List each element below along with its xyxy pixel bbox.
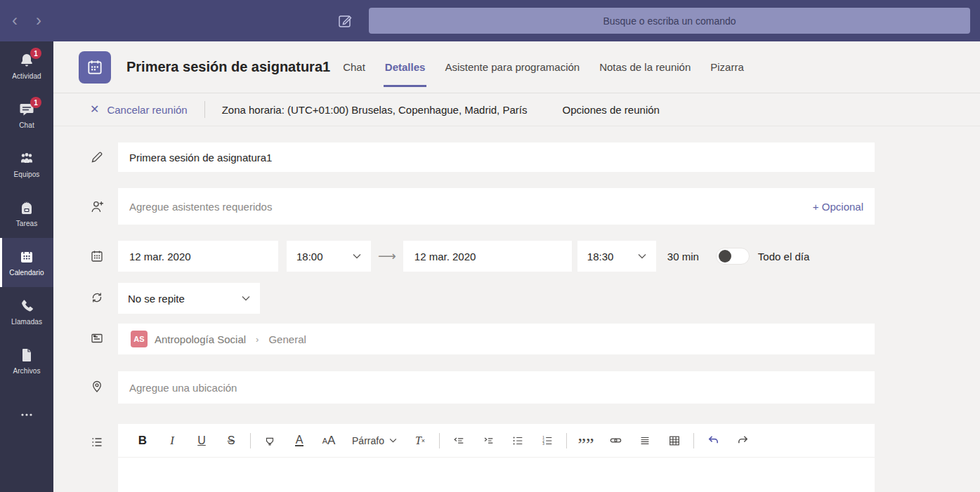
sidebar-item-label: Chat [19,121,34,129]
start-date-input[interactable] [118,241,278,272]
location-icon [90,371,118,394]
title-row [90,142,875,172]
font-size-button[interactable]: AA [319,430,339,452]
tab-chat[interactable]: Chat [333,41,375,93]
highlight-icon[interactable] [260,430,280,452]
phone-icon [18,298,35,314]
team-name: Antropología Social [155,333,246,345]
command-search [369,8,970,34]
backpack-icon [18,199,35,216]
table-icon[interactable] [665,430,684,452]
channel-icon [90,324,118,345]
all-day-toggle[interactable] [716,248,750,265]
meeting-header: Primera sesión de asignatura1 Chat Detal… [53,41,980,93]
outdent-icon[interactable] [449,430,469,452]
sidebar-item-chat[interactable]: 1 Chat [0,91,53,140]
team-avatar: AS [131,331,148,347]
timezone-label: Zona horaria: (UTC+01:00) Bruselas, Cope… [222,104,528,116]
meeting-title-input[interactable] [118,142,875,172]
channel-row: AS Antropología Social › General [90,324,875,354]
bulleted-list-icon[interactable] [508,430,528,452]
indent-icon[interactable] [478,430,498,452]
divider [250,433,251,448]
recurrence-row: No se repite [90,283,875,314]
chevron-down-icon [638,253,646,259]
cancel-meeting-label: Cancelar reunión [107,104,187,116]
tab-notas-reunion[interactable]: Notas de la reunión [589,41,700,93]
cancel-meeting-button[interactable]: ✕ Cancelar reunión [90,104,188,116]
sidebar-item-label: Archivos [13,367,40,375]
sidebar-item-calendario[interactable]: Calendario [0,238,53,287]
channel-name: General [268,333,306,345]
editor-toolbar: B I U S A AA [118,424,875,458]
agenda-icon [90,424,118,492]
attendees-input[interactable] [129,201,813,213]
chevron-down-icon [353,253,361,259]
back-icon[interactable]: ‹ [6,12,24,30]
divider [693,433,694,448]
tab-detalles[interactable]: Detalles [375,41,436,93]
chat-icon: 1 [18,101,35,118]
search-input[interactable] [369,8,970,34]
end-time-value: 18:30 [587,251,614,262]
sidebar-item-equipos[interactable]: Equipos [0,140,53,189]
sidebar-item-tareas[interactable]: Tareas [0,189,53,238]
redo-icon[interactable] [733,430,752,452]
new-chat-icon[interactable] [337,13,353,29]
arrow-right-icon: ⟶ [378,248,396,264]
undo-icon[interactable] [703,430,723,452]
bell-icon: 1 [18,52,35,69]
tab-asistente-programacion[interactable]: Asistente para programación [435,41,589,93]
repeat-icon [90,283,118,305]
chevron-right-icon: › [256,334,259,345]
description-editor: B I U S A AA [118,424,875,492]
chat-badge: 1 [30,97,41,108]
forward-icon[interactable]: › [30,12,48,30]
add-person-icon [90,188,118,214]
sidebar-item-llamadas[interactable]: Llamadas [0,287,53,336]
activity-badge: 1 [30,48,41,59]
location-row [90,371,875,404]
all-day-label: Todo el día [758,251,809,262]
bold-button[interactable]: B [133,430,152,452]
editor-row: B I U S A AA [90,424,875,492]
horizontal-rule-icon[interactable] [635,430,655,452]
font-color-button[interactable]: A [289,430,309,452]
sidebar-item-archivos[interactable]: Archivos [0,336,53,385]
sidebar-item-more[interactable] [0,395,53,434]
sidebar-item-label: Calendario [9,269,44,277]
meeting-form: + Opcional 18:00 ⟶ 18:30 [53,126,980,492]
editor-content[interactable] [118,458,875,492]
sidebar-item-actividad[interactable]: 1 Actividad [0,41,53,91]
more-icon [18,406,35,423]
location-input[interactable] [118,371,875,404]
files-icon [18,347,35,364]
toggle-knob [719,250,731,262]
page-title: Primera sesión de asignatura1 [126,59,330,75]
strikethrough-button[interactable]: S [221,430,241,452]
channel-picker[interactable]: AS Antropología Social › General [118,324,875,354]
paragraph-dropdown[interactable]: Párrafo [348,430,400,452]
start-time-select[interactable]: 18:00 [287,241,371,272]
app-sidebar: 1 Actividad 1 Chat Equipos [0,41,53,492]
meeting-options-button[interactable]: Opciones de reunión [562,104,659,116]
clear-formatting-button[interactable]: T× [410,430,430,452]
attendees-row: + Opcional [90,188,875,225]
chevron-down-icon [242,295,250,301]
divider [439,433,440,448]
recurrence-select[interactable]: No se repite [118,283,260,314]
end-time-select[interactable]: 18:30 [577,241,656,272]
end-date-input[interactable] [403,241,572,272]
teams-people-icon [18,150,35,167]
sidebar-item-label: Equipos [14,171,40,178]
underline-button[interactable]: U [192,430,211,452]
numbered-list-icon[interactable]: 123 [537,430,557,452]
italic-button[interactable]: I [162,430,182,452]
tab-pizarra[interactable]: Pizarra [700,41,754,93]
divider [204,101,205,118]
add-optional-button[interactable]: + Opcional [813,201,863,213]
calendar-event-icon [79,51,111,84]
quote-icon[interactable]: ”” [576,430,596,452]
link-icon[interactable] [606,430,625,452]
calendar-icon [18,248,35,265]
